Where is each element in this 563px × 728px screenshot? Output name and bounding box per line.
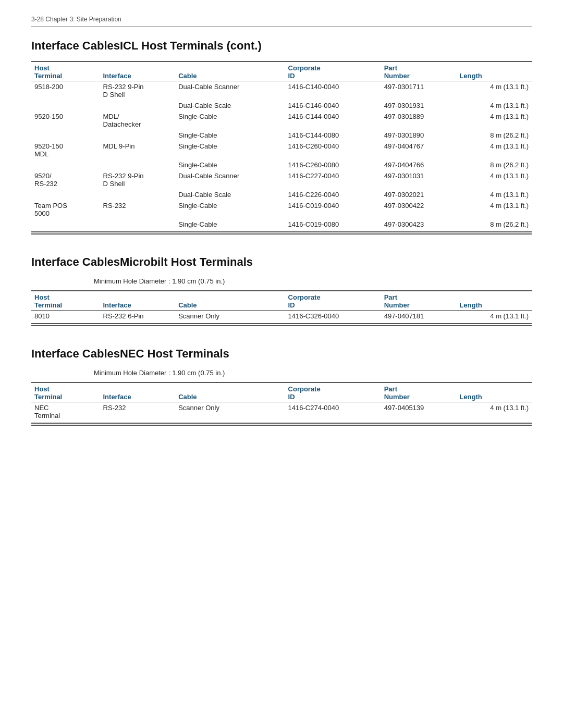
col-header-0: HostTerminal [31, 291, 100, 311]
col-header-3: CorporateID [285, 61, 381, 81]
cell-interface: RS-232 [100, 402, 176, 424]
cell-part: 497-0407181 [381, 311, 457, 324]
cell-corporate: 1416-C227-0040 [285, 170, 381, 189]
cell-cable: Single-Cable [175, 111, 285, 130]
cell-interface: RS-232 9-PinD Shell [100, 170, 176, 189]
section-subtitle-microbilt: Minimum Hole Diameter : 1.90 cm (0.75 in… [94, 277, 532, 285]
cell-interface: RS-232 [100, 200, 176, 219]
cell-interface [100, 130, 176, 141]
cell-host: NECTerminal [31, 402, 100, 424]
table-row: Single-Cable1416-C260-0080497-04047668 m… [31, 159, 532, 170]
cell-part: 497-0301889 [381, 111, 457, 130]
cell-cable: Single-Cable [175, 200, 285, 219]
cell-cable: Single-Cable [175, 159, 285, 170]
col-header-4: PartNumber [381, 61, 457, 81]
cell-length: 4 m (13.1 ft.) [456, 141, 532, 159]
cell-part: 497-0302021 [381, 189, 457, 200]
cell-host [31, 219, 100, 232]
cell-host: 9520-150 [31, 111, 100, 130]
cell-corporate: 1416-C019-0040 [285, 200, 381, 219]
cell-host [31, 130, 100, 141]
cell-length: 4 m (13.1 ft.) [456, 111, 532, 130]
col-header-0: HostTerminal [31, 61, 100, 81]
cell-part: 497-0301890 [381, 130, 457, 141]
cell-corporate: 1416-C144-0080 [285, 130, 381, 141]
cell-part: 497-0300422 [381, 200, 457, 219]
cell-interface [100, 100, 176, 111]
col-header-2: Cable [175, 382, 285, 402]
cell-length: 8 m (26.2 ft.) [456, 130, 532, 141]
col-header-5: Length [456, 61, 532, 81]
col-header-4: PartNumber [381, 382, 457, 402]
col-header-5: Length [456, 291, 532, 311]
col-header-2: Cable [175, 61, 285, 81]
cell-part: 497-0301711 [381, 81, 457, 101]
table-row: Single-Cable1416-C019-0080497-03004238 m… [31, 219, 532, 232]
cell-length: 8 m (26.2 ft.) [456, 159, 532, 170]
page-header: 3-28 Chapter 3: Site Preparation [31, 16, 532, 27]
cell-host: 8010 [31, 311, 100, 324]
cell-length: 4 m (13.1 ft.) [456, 200, 532, 219]
cell-host [31, 100, 100, 111]
cell-host: 9520/RS-232 [31, 170, 100, 189]
col-header-1: Interface [100, 382, 176, 402]
cell-length: 8 m (26.2 ft.) [456, 219, 532, 232]
cell-corporate: 1416-C144-0040 [285, 111, 381, 130]
cell-length: 4 m (13.1 ft.) [456, 189, 532, 200]
table-row: Team POS5000RS-232Single-Cable1416-C019-… [31, 200, 532, 219]
cell-interface: RS-232 9-PinD Shell [100, 81, 176, 101]
cell-interface [100, 219, 176, 232]
table-row: 8010RS-232 6-PinScanner Only1416-C326-00… [31, 311, 532, 324]
table-row: Dual-Cable Scale1416-C146-0040497-030193… [31, 100, 532, 111]
col-header-5: Length [456, 382, 532, 402]
cell-length: 4 m (13.1 ft.) [456, 170, 532, 189]
cell-interface [100, 189, 176, 200]
cell-interface: MDL 9-Pin [100, 141, 176, 159]
cell-part: 497-0300423 [381, 219, 457, 232]
cell-corporate: 1416-C326-0040 [285, 311, 381, 324]
section-nec: Interface CablesNEC Host TerminalsMinimu… [31, 347, 532, 426]
table-row: NECTerminalRS-232Scanner Only1416-C274-0… [31, 402, 532, 424]
col-header-4: PartNumber [381, 291, 457, 311]
cell-host: 9520-150MDL [31, 141, 100, 159]
cell-interface: MDL/Datachecker [100, 111, 176, 130]
cell-corporate: 1416-C140-0040 [285, 81, 381, 101]
cell-cable: Single-Cable [175, 219, 285, 232]
table-row: Single-Cable1416-C144-0080497-03018908 m… [31, 130, 532, 141]
cell-cable: Dual-Cable Scale [175, 189, 285, 200]
col-header-2: Cable [175, 291, 285, 311]
table-icl: HostTerminalInterfaceCableCorporateIDPar… [31, 61, 532, 235]
cell-length: 4 m (13.1 ft.) [456, 402, 532, 424]
cell-part: 497-0404767 [381, 141, 457, 159]
cell-host: 9518-200 [31, 81, 100, 101]
cell-corporate: 1416-C260-0080 [285, 159, 381, 170]
cell-cable: Single-Cable [175, 141, 285, 159]
table-row: 9520-150MDLMDL 9-PinSingle-Cable1416-C26… [31, 141, 532, 159]
cell-part: 497-0301931 [381, 100, 457, 111]
table-nec: HostTerminalInterfaceCableCorporateIDPar… [31, 382, 532, 426]
table-row: 9518-200RS-232 9-PinD ShellDual-Cable Sc… [31, 81, 532, 101]
table-row: 9520/RS-232RS-232 9-PinD ShellDual-Cable… [31, 170, 532, 189]
col-header-3: CorporateID [285, 291, 381, 311]
col-header-1: Interface [100, 61, 176, 81]
section-subtitle-nec: Minimum Hole Diameter : 1.90 cm (0.75 in… [94, 369, 532, 377]
cell-cable: Dual-Cable Scanner [175, 81, 285, 101]
cell-part: 497-0301031 [381, 170, 457, 189]
table-row: 9520-150MDL/DatacheckerSingle-Cable1416-… [31, 111, 532, 130]
cell-length: 4 m (13.1 ft.) [456, 311, 532, 324]
cell-length: 4 m (13.1 ft.) [456, 81, 532, 101]
section-microbilt: Interface CablesMicrobilt Host Terminals… [31, 255, 532, 326]
cell-cable: Single-Cable [175, 130, 285, 141]
cell-corporate: 1416-C274-0040 [285, 402, 381, 424]
cell-cable: Scanner Only [175, 402, 285, 424]
cell-corporate: 1416-C226-0040 [285, 189, 381, 200]
cell-part: 497-0405139 [381, 402, 457, 424]
cell-host: Team POS5000 [31, 200, 100, 219]
section-icl: Interface CablesICL Host Terminals (cont… [31, 39, 532, 235]
cell-corporate: 1416-C260-0040 [285, 141, 381, 159]
section-title-nec: Interface CablesNEC Host Terminals [31, 347, 532, 361]
cell-corporate: 1416-C146-0040 [285, 100, 381, 111]
cell-corporate: 1416-C019-0080 [285, 219, 381, 232]
section-title-icl: Interface CablesICL Host Terminals (cont… [31, 39, 532, 53]
cell-host [31, 159, 100, 170]
